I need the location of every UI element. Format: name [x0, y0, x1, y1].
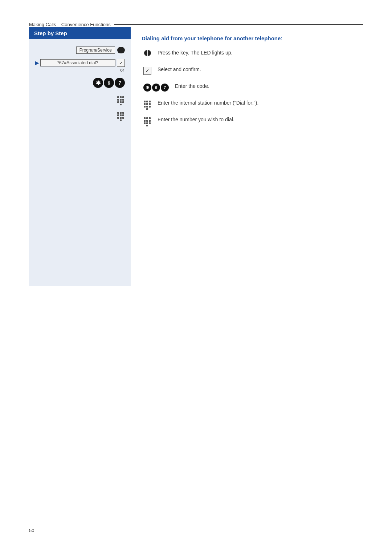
svg-rect-24: [146, 103, 148, 105]
instruction-title: Dialing aid from your telephone for anot…: [142, 35, 363, 42]
svg-rect-6: [117, 101, 119, 103]
right-panel: Dialing aid from your telephone for anot…: [131, 27, 363, 286]
page-number: 50: [29, 528, 34, 533]
instruction-icon-led: [142, 50, 153, 56]
instruction-list: Press the key. The LED lights up. ✓ Sele…: [142, 49, 363, 133]
instruction-icon-confirm: ✓: [142, 67, 153, 75]
led-right: [121, 47, 125, 53]
seven-code: 7: [161, 84, 169, 92]
instruction-icon-keypad-1: [142, 100, 153, 110]
main-content: Step by Step Program/Service ▶ *67=Assoc…: [29, 27, 363, 286]
program-service-row: Program/Service: [35, 46, 125, 54]
svg-rect-8: [122, 101, 124, 103]
svg-rect-19: [120, 119, 122, 121]
instruction-text-5: Enter the number you wish to dial.: [158, 116, 363, 123]
svg-rect-28: [149, 106, 151, 108]
svg-rect-34: [146, 120, 148, 122]
instruction-text-1: Press the key. The LED lights up.: [158, 49, 363, 57]
code-icons-right: ✱ 6 7: [143, 84, 169, 92]
left-panel: Step by Step Program/Service ▶ *67=Assoc…: [29, 27, 131, 286]
step-by-step-label: Step by Step: [34, 30, 67, 36]
led-icon-left: [144, 50, 147, 56]
led-button-icon: [117, 47, 125, 53]
keypad-icon-2: [117, 112, 125, 122]
instruction-row-5: Enter the number you wish to dial.: [142, 116, 363, 128]
svg-rect-33: [144, 120, 146, 122]
section-title: Making Calls – Convenience Functions: [29, 22, 111, 27]
six-icon: 6: [104, 78, 114, 88]
svg-rect-15: [122, 114, 124, 116]
svg-rect-7: [120, 101, 122, 103]
instruction-row-2: ✓ Select and confirm.: [142, 66, 363, 78]
led-icon-small: [144, 50, 151, 56]
svg-rect-3: [117, 99, 119, 101]
code-icons: ✱ 6 7: [93, 78, 125, 88]
program-service-key[interactable]: Program/Service: [76, 46, 115, 54]
svg-rect-26: [144, 106, 146, 108]
svg-rect-36: [144, 122, 146, 124]
svg-rect-14: [120, 114, 122, 116]
svg-rect-20: [144, 101, 146, 102]
keypad-row-2: [35, 112, 125, 122]
svg-rect-38: [149, 122, 151, 124]
associated-dial-key[interactable]: *67=Associated dial?: [40, 59, 115, 66]
svg-rect-37: [146, 122, 148, 124]
confirm-key[interactable]: ✓: [117, 59, 125, 67]
arrow-icon: ▶: [35, 60, 39, 66]
star-icon: ✱: [93, 78, 103, 88]
instruction-row-4: Enter the internal station number ("Dial…: [142, 100, 363, 111]
svg-rect-9: [120, 104, 122, 105]
svg-rect-23: [144, 103, 146, 105]
instruction-text-2: Select and confirm.: [158, 66, 363, 73]
svg-rect-22: [149, 101, 151, 102]
svg-rect-29: [146, 108, 148, 110]
divider: [114, 24, 363, 25]
svg-rect-31: [146, 117, 148, 119]
svg-rect-17: [120, 117, 122, 119]
six-code: 6: [152, 84, 160, 92]
svg-rect-5: [122, 99, 124, 101]
instruction-row-1: Press the key. The LED lights up.: [142, 49, 363, 61]
code-row: ✱ 6 7: [35, 78, 125, 88]
page-container: Making Calls – Convenience Functions Ste…: [0, 0, 392, 555]
instruction-icon-code: ✱ 6 7: [142, 84, 171, 92]
svg-rect-18: [122, 117, 124, 119]
star-code: ✱: [143, 84, 151, 92]
seven-icon: 7: [115, 78, 125, 88]
keypad-icon-1: [117, 96, 125, 106]
step-by-step-body: Program/Service ▶ *67=Associated dial? ✓…: [29, 39, 131, 286]
section-header: Making Calls – Convenience Functions: [29, 22, 363, 27]
svg-rect-39: [146, 125, 148, 126]
svg-rect-12: [122, 112, 124, 114]
svg-rect-4: [120, 99, 122, 101]
keypad-row-1: [35, 96, 125, 106]
led-icon-right: [148, 50, 151, 56]
svg-rect-35: [149, 120, 151, 122]
svg-rect-21: [146, 101, 148, 102]
or-label: or: [120, 68, 124, 73]
svg-rect-11: [120, 112, 122, 114]
step-by-step-header: Step by Step: [29, 27, 131, 39]
instruction-text-3: Enter the code.: [175, 83, 363, 90]
instruction-text-4: Enter the internal station number ("Dial…: [158, 100, 363, 107]
svg-rect-16: [117, 117, 119, 119]
svg-rect-13: [117, 114, 119, 116]
instruction-row-3: ✱ 6 7 Enter the code.: [142, 83, 363, 94]
led-left: [117, 47, 121, 53]
svg-rect-25: [149, 103, 151, 105]
instruction-icon-keypad-2: [142, 117, 153, 126]
confirm-icon: ✓: [143, 67, 151, 75]
associated-dial-row: ▶ *67=Associated dial? ✓: [35, 59, 125, 67]
svg-rect-1: [120, 96, 122, 98]
svg-rect-30: [144, 117, 146, 119]
svg-rect-27: [146, 106, 148, 108]
svg-rect-32: [149, 117, 151, 119]
svg-rect-10: [117, 112, 119, 114]
svg-rect-0: [117, 96, 119, 98]
svg-rect-2: [122, 96, 124, 98]
